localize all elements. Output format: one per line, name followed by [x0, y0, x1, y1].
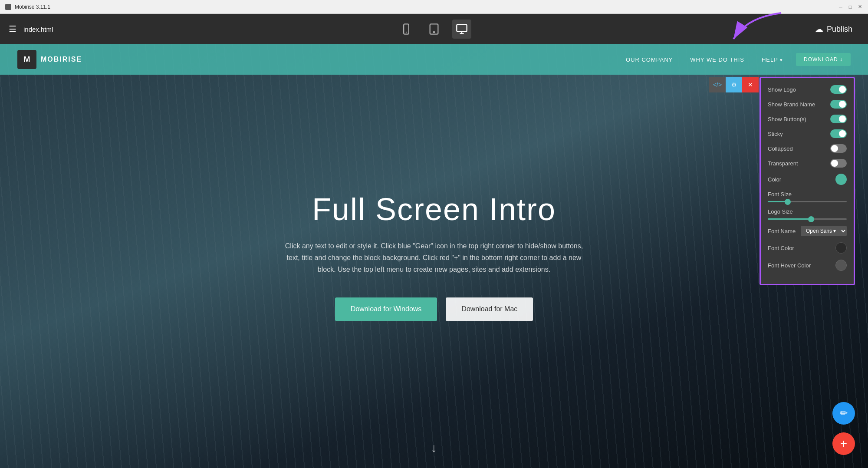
hamburger-menu-button[interactable]: ☰ [9, 24, 16, 34]
nav-link-our-company[interactable]: OUR COMPANY [626, 56, 673, 63]
panel-code-button[interactable]: </> [709, 77, 726, 92]
panel-trash-button[interactable]: ✕ [742, 77, 759, 92]
nav-link-why-we-do-this[interactable]: WHY WE DO THIS [690, 56, 744, 63]
color-picker[interactable] [835, 174, 847, 185]
device-buttons [397, 20, 471, 39]
show-buttons-toggle[interactable] [830, 115, 847, 123]
download-windows-button[interactable]: Download for Windows [335, 297, 437, 321]
mobile-view-button[interactable] [397, 20, 416, 39]
app-title: Mobirise 3.11.1 [15, 4, 50, 10]
show-brand-label: Show Brand Name [768, 101, 815, 108]
logo-size-label: Logo Size [768, 208, 847, 215]
font-hover-color-picker[interactable] [835, 260, 847, 271]
svg-point-3 [434, 32, 434, 33]
panel-font-name-row: Font Name Open Sans ▾ Roboto Lato [768, 226, 847, 236]
panel-gear-button[interactable]: ⚙ [726, 77, 742, 92]
toolbar-left: ☰ index.html [9, 24, 53, 34]
app-icon [5, 4, 11, 10]
scroll-down-arrow[interactable]: ↓ [431, 441, 437, 455]
hero-subtitle[interactable]: Click any text to edit or style it. Clic… [282, 240, 586, 276]
font-name-label: Font Name [768, 228, 796, 234]
show-buttons-label: Show Button(s) [768, 116, 806, 122]
site-logo: M MOBIRISE [17, 50, 82, 69]
logo-size-track [768, 218, 847, 220]
panel-font-hover-color-row: Font Hover Color [768, 260, 847, 271]
minimize-button[interactable]: ─ [838, 4, 844, 10]
cloud-upload-icon: ☁ [815, 24, 823, 34]
logo-size-fill [768, 218, 811, 220]
color-label: Color [768, 176, 781, 183]
sticky-label: Sticky [768, 131, 783, 137]
fab-edit-button[interactable]: ✏ [832, 402, 855, 425]
title-bar-left: Mobirise 3.11.1 [5, 4, 50, 10]
svg-point-1 [406, 32, 407, 33]
site-download-button[interactable]: DOWNLOAD ↓ [796, 53, 851, 66]
publish-button[interactable]: ☁ Publish [808, 20, 859, 38]
panel-font-color-row: Font Color [768, 242, 847, 254]
title-bar: Mobirise 3.11.1 ─ □ ✕ [0, 0, 868, 14]
font-hover-color-label: Font Hover Color [768, 262, 811, 269]
panel-collapsed-row: Collapsed [768, 144, 847, 153]
panel-toolbar: </> ⚙ ✕ [709, 77, 759, 92]
panel-color-row: Color [768, 174, 847, 185]
toolbar-right: ☁ Publish [808, 20, 859, 38]
svg-rect-4 [457, 25, 467, 32]
maximize-button[interactable]: □ [847, 4, 853, 10]
nav-link-help[interactable]: HELP [762, 56, 783, 63]
panel-sticky-row: Sticky [768, 129, 847, 138]
main-toolbar: ☰ index.html ☁ Publish [0, 14, 868, 44]
fab-add-button[interactable]: + [832, 432, 855, 455]
font-size-slider-container: Font Size [768, 191, 847, 202]
show-logo-toggle[interactable] [830, 85, 847, 94]
show-brand-toggle[interactable] [830, 100, 847, 109]
right-panel: Show Logo Show Brand Name Show Button(s)… [760, 77, 855, 285]
font-color-label: Font Color [768, 245, 794, 251]
transparent-toggle[interactable] [830, 159, 847, 168]
panel-transparent-row: Transparent [768, 159, 847, 168]
transparent-label: Transparent [768, 160, 798, 167]
hero-title[interactable]: Full Screen Intro [239, 191, 629, 227]
download-mac-button[interactable]: Download for Mac [446, 297, 533, 321]
file-name: index.html [23, 26, 53, 33]
close-button[interactable]: ✕ [857, 4, 863, 10]
panel-show-logo-row: Show Logo [768, 85, 847, 94]
desktop-view-button[interactable] [452, 20, 471, 39]
sticky-toggle[interactable] [830, 129, 847, 138]
panel-show-brand-row: Show Brand Name [768, 100, 847, 109]
logo-size-slider-container: Logo Size [768, 208, 847, 220]
site-nav-links: OUR COMPANY WHY WE DO THIS HELP [626, 56, 783, 63]
hero-buttons: Download for Windows Download for Mac [239, 297, 629, 321]
preview-area: M MOBIRISE OUR COMPANY WHY WE DO THIS HE… [0, 44, 868, 468]
collapsed-toggle[interactable] [830, 144, 847, 153]
show-logo-label: Show Logo [768, 86, 796, 93]
site-navbar: M MOBIRISE OUR COMPANY WHY WE DO THIS HE… [0, 44, 868, 75]
title-bar-controls[interactable]: ─ □ ✕ [838, 4, 863, 10]
font-size-track [768, 201, 847, 202]
hero-content: Full Screen Intro Click any text to edit… [239, 191, 629, 321]
font-color-picker[interactable] [835, 242, 847, 254]
site-logo-text: MOBIRISE [41, 56, 82, 63]
collapsed-label: Collapsed [768, 145, 793, 152]
font-name-select[interactable]: Open Sans ▾ Roboto Lato [801, 226, 847, 236]
tablet-view-button[interactable] [424, 20, 444, 39]
site-logo-icon: M [17, 50, 36, 69]
font-size-label: Font Size [768, 191, 847, 198]
logo-size-thumb[interactable] [808, 216, 814, 222]
font-size-thumb[interactable] [785, 199, 791, 205]
panel-show-buttons-row: Show Button(s) [768, 115, 847, 123]
